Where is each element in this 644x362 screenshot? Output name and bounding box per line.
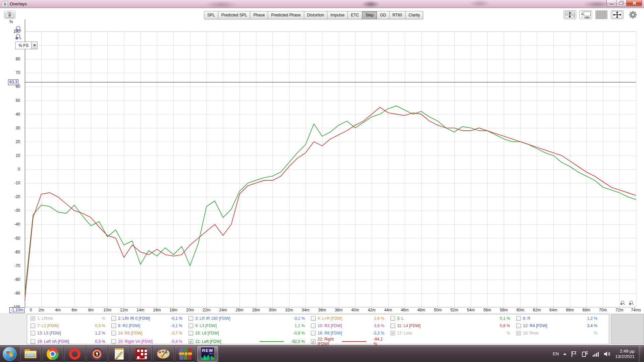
legend-checkbox[interactable]: ✓	[311, 339, 316, 344]
red-grid-app-icon	[136, 348, 147, 360]
legend-checkbox[interactable]	[311, 316, 316, 321]
legend-label: 4: L+R [FDW]	[318, 316, 342, 321]
taskbar-red-grid-app[interactable]	[131, 346, 152, 362]
tab-distortion[interactable]: Distortion	[304, 11, 328, 19]
legend-item[interactable]: 4: L+R [FDW]2,6 %	[310, 315, 389, 322]
legend-checkbox[interactable]: ✓	[390, 331, 395, 336]
legend-checkbox[interactable]	[390, 323, 395, 328]
pan-arrows-button[interactable]	[611, 10, 624, 19]
capture-graph-button[interactable]	[4, 11, 15, 19]
tab-clarity[interactable]: Clarity	[406, 11, 423, 19]
y-tick-label: 80	[0, 57, 20, 61]
language-indicator[interactable]: EN	[553, 351, 559, 356]
tab-phase[interactable]: Phase	[250, 11, 268, 19]
legend-item[interactable]: 14: R5 [FDW]-3,7 %	[110, 329, 187, 337]
legend-checkbox[interactable]	[311, 331, 316, 336]
zoom-out-y-button[interactable]	[15, 34, 23, 41]
legend-item[interactable]: 12: R4 [FDW]3,4 %	[515, 322, 602, 329]
legend-item[interactable]: 15: L6 [FDW]-0,8 %	[187, 329, 310, 337]
taskbar-rew[interactable]: REW V5.1	[197, 346, 218, 362]
legend-checkbox[interactable]: ✓	[189, 339, 193, 344]
taskbar-tor-browser[interactable]	[87, 346, 107, 362]
text-editor-icon	[115, 348, 124, 360]
traces-vertical-arrows-button[interactable]	[564, 10, 576, 19]
clock[interactable]: 2:49 μμ 13/2/2021	[615, 349, 635, 359]
tab-predicted-spl[interactable]: Predicted SPL	[218, 11, 251, 19]
tab-predicted-phase[interactable]: Predicted Phase	[268, 11, 304, 19]
java-app-icon	[2, 1, 8, 7]
frequency-bands-button[interactable]	[595, 10, 608, 19]
zoom-in-x-button[interactable]	[619, 300, 627, 306]
legend-item[interactable]: 8: R2 [FDW]-3,1 %	[110, 322, 187, 329]
legend-item[interactable]: 11: L4 [FDW]0,8 %	[389, 322, 515, 329]
legend-scroll-area[interactable]	[611, 314, 644, 344]
legend-item[interactable]: ✓1: LRmic%	[29, 315, 110, 322]
legend-item[interactable]: ✓22: Right [FDW]-94,2 %	[310, 337, 389, 346]
legend-item[interactable]: 5: L0,1 %	[389, 315, 515, 322]
legend-checkbox[interactable]	[111, 339, 116, 344]
y-axis-units-select[interactable]: % FS	[15, 42, 38, 49]
legend-item[interactable]: 7: L2 [FDW]0,3 %	[29, 322, 110, 329]
chevron-down-icon[interactable]	[31, 42, 37, 49]
start-button[interactable]	[3, 347, 17, 361]
zoom-out-x-button[interactable]	[628, 300, 635, 306]
action-center-flag-icon[interactable]	[571, 351, 577, 357]
settings-button[interactable]	[627, 10, 639, 19]
legend-checkbox[interactable]	[111, 331, 116, 336]
legend-item[interactable]: 19: Left VA [FDW]0,3 %	[29, 337, 110, 346]
traces-vertical-arrows-icon	[565, 11, 575, 18]
legend-value: 0,8 %	[500, 323, 515, 328]
legend-item[interactable]: ✓17: Lmic%	[389, 329, 515, 337]
tab-impulse[interactable]: Impulse	[327, 11, 348, 19]
legend-value: 1,1 %	[294, 323, 310, 328]
legend-item[interactable]: ✓18: Rmic%	[515, 329, 602, 337]
window-titlebar[interactable]: Overlays	[0, 0, 644, 8]
legend-checkbox[interactable]	[516, 316, 521, 321]
legend-checkbox[interactable]	[189, 323, 193, 328]
taskbar-chrome[interactable]	[42, 346, 63, 362]
legend-checkbox[interactable]	[516, 323, 521, 328]
legend-checkbox[interactable]	[111, 323, 116, 328]
taskbar-file-explorer[interactable]	[20, 346, 41, 362]
tab-spl[interactable]: SPL	[204, 11, 218, 19]
legend-checkbox[interactable]	[390, 316, 395, 321]
minimize-button[interactable]	[606, 0, 616, 6]
legend-checkbox[interactable]	[31, 339, 35, 344]
y-tick-label: 40	[0, 112, 20, 117]
hidden-icons-chevron[interactable]	[563, 353, 567, 355]
tab-gd[interactable]: GD	[377, 11, 389, 19]
taskbar-paint[interactable]	[153, 346, 174, 362]
y-tick-label: 10	[0, 153, 20, 158]
legend-checkbox[interactable]: ✓	[516, 331, 521, 336]
restore-button[interactable]	[616, 0, 627, 6]
legend-item[interactable]: 16: R6 [FDW]-3,3 %	[310, 329, 389, 337]
taskbar-text-editor[interactable]	[109, 346, 129, 362]
taskbar-winrar[interactable]	[175, 346, 196, 362]
power-plug-icon[interactable]	[581, 351, 588, 357]
legend-checkbox[interactable]	[189, 316, 193, 321]
legend-item[interactable]: 13: L5 [FDW]1,2 %	[29, 329, 110, 337]
legend-item[interactable]: 20: Right VA [FDW]-0,4 %	[110, 337, 187, 346]
tab-rt60[interactable]: RT60	[389, 11, 406, 19]
show-desktop-button[interactable]	[639, 346, 642, 362]
taskbar-opera[interactable]	[64, 346, 85, 362]
legend-checkbox[interactable]	[311, 323, 316, 328]
close-button[interactable]	[627, 0, 642, 6]
network-signal-icon[interactable]	[592, 351, 599, 357]
legend-checkbox[interactable]	[111, 316, 116, 321]
legend-checkbox[interactable]	[31, 323, 35, 328]
tab-step[interactable]: Step	[362, 11, 377, 19]
zoom-in-y-button[interactable]	[15, 25, 23, 33]
legend-item[interactable]: 3: LR IR 180 [FDW]-3,1 %	[187, 315, 310, 322]
axis-limits-button[interactable]	[579, 10, 592, 19]
legend-checkbox[interactable]	[31, 331, 35, 336]
volume-icon[interactable]	[603, 351, 611, 357]
legend-item[interactable]: 2: LRr IR 0 [FDW]-0,1 %	[110, 315, 187, 322]
legend-item[interactable]: ✓21: Left [FDW]-92,0 %	[187, 337, 310, 346]
legend-checkbox[interactable]	[189, 331, 193, 336]
legend-item[interactable]: 6: R1,2 %	[515, 315, 602, 322]
legend-checkbox[interactable]: ✓	[31, 316, 35, 321]
legend-item[interactable]: 10: R3 [FDW]3,8 %	[310, 322, 389, 329]
legend-item[interactable]: 9: L3 [FDW]1,1 %	[187, 322, 310, 329]
tab-etc[interactable]: ETC	[348, 11, 362, 19]
